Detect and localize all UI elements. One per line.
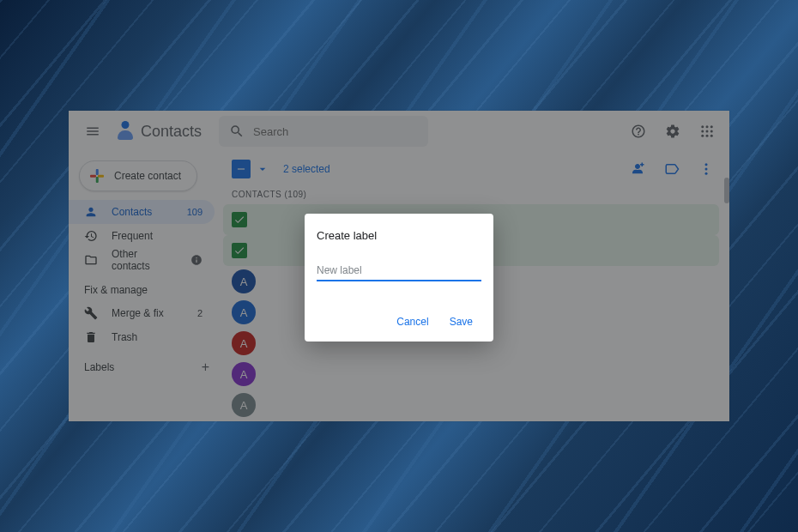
dialog-title: Create label [317, 229, 481, 242]
label-name-input[interactable] [317, 261, 481, 281]
cancel-button[interactable]: Cancel [393, 311, 432, 333]
create-label-dialog: Create label Cancel Save [305, 214, 493, 342]
modal-overlay[interactable]: Create label Cancel Save [69, 111, 729, 421]
save-button[interactable]: Save [446, 311, 476, 333]
contacts-app-window: Contacts Create contact [69, 111, 729, 421]
